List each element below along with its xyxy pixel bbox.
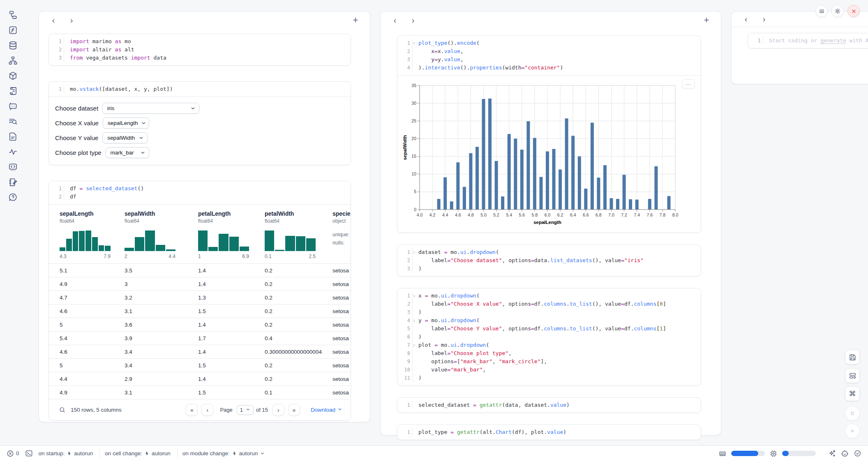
table-row[interactable]: 5.43.91.70.4setosa [49,331,351,345]
table-row[interactable]: 5.13.51.40.2setosa [49,263,351,277]
terminal-button[interactable] [25,449,33,457]
table-row[interactable]: 53.41.50.2setosa [49,358,351,372]
svg-text:5.2: 5.2 [493,212,499,217]
cell-dataset-dropdown[interactable]: 1∨dataset = mo.ui.dropdown(2 label="Choo… [397,244,701,277]
table-cell: 4.9 [60,390,125,396]
column-header-species[interactable]: speciesobjectunique:nulls: [332,210,351,259]
add-cell-button[interactable]: + [700,14,713,26]
choose-plot-type-select[interactable]: mark_bar [106,147,149,158]
sidebar-activity-icon[interactable] [8,147,18,157]
code-line: 4).interactive().properties(width="conta… [397,64,701,72]
layout-toggle-button[interactable] [845,368,860,383]
code-line: 9 options=["mark_bar", "mark_circle"], [397,357,701,366]
fold-marker-icon[interactable]: ∨ [413,292,415,300]
choose-y-value-select[interactable]: sepalWidth [102,132,148,143]
chevron-left-icon[interactable]: ‹ [389,14,401,26]
add-cell-button[interactable]: + [349,14,362,26]
cell-plot-type[interactable]: 1plot_type = getattr(alt.Chart(df), plot… [397,424,701,440]
table-row[interactable]: 53.61.40.2setosa [49,318,351,331]
page-select[interactable]: 1 [237,405,254,415]
chevron-down-icon [139,135,144,141]
chevron-right-icon[interactable]: › [65,14,78,26]
cell-xy-plot-dropdowns[interactable]: 1∨x = mo.ui.dropdown(2 label="Choose X v… [397,288,701,386]
line-number: 7∨ [397,341,412,349]
sidebar-database-icon[interactable] [8,40,18,51]
errors-indicator[interactable]: 0 [7,450,19,457]
ai-sparkles-icon[interactable] [828,449,836,457]
table-row[interactable]: 4.63.41.40.30000000000000004setosa [49,345,351,358]
notebook-column-middle: ‹ › + 1∨plot_type().encode(2 x=x.value,3… [380,11,721,436]
cell-selected-dataset[interactable]: 1selected_dataset = getattr(data, datase… [397,397,701,413]
fold-marker-icon[interactable]: ∨ [413,39,415,48]
on-module-change-setting[interactable]: on module change: autorun [182,450,265,456]
package-icon [8,71,18,81]
last-page-button[interactable]: » [288,404,300,416]
choose-x-value-select[interactable]: sepalLength [103,118,149,129]
svg-text:15: 15 [411,154,416,159]
fold-marker-icon[interactable]: ∨ [413,341,415,350]
table-row[interactable]: 4.931.40.2setosa [49,277,351,290]
chevron-right-icon[interactable]: › [758,13,770,25]
chevron-left-icon[interactable]: ‹ [740,13,752,25]
column-header-petalLength[interactable]: petalLengthfloat6416.9 [198,210,265,259]
sidebar-file-tree-icon[interactable] [8,10,18,20]
sidebar-snippets-icon[interactable] [8,162,18,172]
stop-kernel-button[interactable] [845,406,860,421]
chatbot-icon[interactable] [841,449,849,457]
code-line: 3) [397,308,701,316]
table-row[interactable]: 4.73.21.30.2setosa [49,290,351,304]
command-palette-button[interactable]: ⌘ [845,386,860,401]
sidebar-ai-chat-icon[interactable] [8,101,18,111]
sidebar-function-icon[interactable] [8,25,18,35]
table-cell: 1.4 [198,376,265,382]
on-cell-change-setting[interactable]: on cell change: autorun [105,450,171,456]
generate-with-ai-link[interactable]: generate [820,37,846,44]
cell-imports[interactable]: 1import marimo as mo2import altair as al… [48,34,351,66]
sidebar-scratchpad-icon[interactable] [8,177,18,187]
sidebar-logs-icon[interactable] [8,86,18,96]
sidebar-search-list-icon[interactable] [8,116,18,127]
search-icon[interactable] [59,406,66,413]
code-line: 10 value="mark_bar", [397,366,701,374]
first-page-button[interactable]: « [186,404,198,416]
connection-status-icon[interactable] [854,449,861,457]
line-number: 1 [49,37,64,46]
fold-marker-icon[interactable]: ∨ [413,317,415,325]
choose-dataset-select[interactable]: iris [102,103,199,114]
left-column-toolbar: ‹ › + [39,12,370,29]
settings-button[interactable] [831,5,844,17]
fold-marker-icon[interactable]: ∨ [413,249,415,257]
column-header-petalWidth[interactable]: petalWidthfloat640.12.5 [265,210,332,259]
save-button[interactable] [845,350,860,364]
menu-button[interactable] [815,5,828,17]
cell-vstack[interactable]: 1mo.vstack([dataset, x, y, plot]) Choose… [48,81,351,165]
altair-bar-chart[interactable]: 051015202530354.04.24.44.64.85.05.25.45.… [401,80,685,228]
svg-text:10: 10 [411,171,416,176]
run-button[interactable] [845,424,860,438]
on-startup-setting[interactable]: on startup: autorun [39,450,93,456]
table-row[interactable]: 4.42.91.40.2setosa [49,372,351,385]
column-header-sepalLength[interactable]: sepalLengthfloat644.37.9 [60,210,125,259]
cell-dataframe[interactable]: 1df = selected_dataset()2df sepalLengthf… [48,181,351,421]
line-number: 2 [397,47,412,55]
download-button[interactable]: Download [311,407,342,413]
chevron-left-icon[interactable]: ‹ [47,14,60,26]
line-number: 3 [397,308,412,316]
sidebar-help-icon[interactable] [8,192,18,203]
table-row[interactable]: 4.63.11.50.2setosa [49,304,351,318]
sidebar-package-icon[interactable] [8,71,18,81]
scratchpad-cell[interactable]: 1 Start coding or generate with AI [748,33,868,48]
prev-page-button[interactable]: ‹ [201,404,213,416]
code-editor-placeholder[interactable]: Start coding or generate with AI [763,37,868,45]
next-page-button[interactable]: › [272,404,284,416]
chevron-right-icon[interactable]: › [407,14,419,26]
sidebar-dependency-graph-icon[interactable] [8,55,18,66]
code-line: 3from vega_datasets import data [49,54,351,62]
column-header-sepalWidth[interactable]: sepalWidthfloat6424.4 [125,210,198,259]
chart-menu-button[interactable]: ⋯ [682,79,695,89]
cell-plot[interactable]: 1∨plot_type().encode(2 x=x.value,3 y=y.v… [397,35,701,233]
table-header-row: sepalLengthfloat644.37.9sepalWidthfloat6… [49,205,351,263]
close-button[interactable] [847,5,860,17]
table-row[interactable]: 4.93.11.50.1setosa [49,385,351,399]
sidebar-documentation-icon[interactable] [8,131,18,142]
